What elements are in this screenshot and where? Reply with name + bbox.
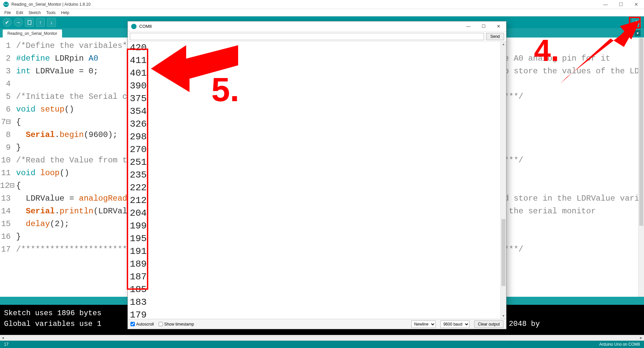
serial-vertical-scrollbar[interactable]: ▲ ▼ [500, 42, 506, 319]
menu-help[interactable]: Help [59, 10, 72, 16]
line-number: 11 [0, 167, 11, 180]
serial-output-line: 326 [130, 118, 504, 131]
save-button[interactable]: ↓ [47, 18, 56, 27]
line-number: 12⊟ [0, 180, 11, 192]
clear-output-button[interactable]: Clear output [474, 321, 503, 328]
serial-output-line: 179 [130, 309, 504, 319]
menu-tools[interactable]: Tools [44, 10, 58, 16]
menubar: File Edit Sketch Tools Help [0, 9, 644, 16]
serial-send-button[interactable]: Send [486, 33, 504, 40]
maximize-button[interactable]: ☐ [613, 0, 629, 9]
line-number: 9 [0, 141, 11, 154]
line-number: 7⊟ [0, 116, 11, 129]
serial-output-line: 354 [130, 105, 504, 118]
serial-output-line: 189 [130, 258, 504, 271]
open-button[interactable]: ↑ [36, 18, 45, 27]
serial-output-line: 199 [130, 220, 504, 232]
line-ending-select[interactable]: Newline [411, 321, 436, 328]
line-number: 15 [0, 218, 11, 230]
serial-output-line: 235 [130, 169, 504, 182]
scroll-up-icon[interactable]: ▲ [501, 42, 506, 47]
autoscroll-label: Autoscroll [136, 322, 154, 327]
menu-sketch[interactable]: Sketch [26, 10, 43, 16]
autoscroll-checkbox[interactable]: Autoscroll [130, 322, 154, 327]
line-number: 1 [0, 40, 11, 52]
scroll-left-icon[interactable]: ◄ [0, 335, 6, 341]
serial-output-line: 270 [130, 143, 504, 156]
window-title: Reading_on_Serial_Monitor | Arduino 1.8.… [11, 2, 598, 7]
serial-output-line: 191 [130, 245, 504, 258]
serial-window-title: COM8 [139, 24, 461, 29]
serial-output-line: 298 [130, 131, 504, 143]
line-number: 2 [0, 52, 11, 65]
footer-bar: 17 Arduino Uno on COM8 [0, 341, 644, 348]
minimize-button[interactable]: — [598, 0, 613, 9]
annotation-arrow-4 [553, 20, 641, 87]
close-button[interactable]: ✕ [629, 0, 644, 9]
line-number: 3 [0, 65, 11, 78]
serial-titlebar: COM8 — ☐ ✕ [128, 21, 506, 31]
line-number: 6 [0, 103, 11, 116]
line-number-gutter: 1234567⊟89101112⊟1314151617 [0, 38, 13, 297]
scroll-right-icon[interactable]: ► [638, 335, 644, 341]
line-number: 17 [0, 243, 11, 256]
timestamp-checkbox[interactable]: Show timestamp [159, 322, 194, 327]
titlebar: Reading_on_Serial_Monitor | Arduino 1.8.… [0, 0, 644, 9]
serial-output-line: 185 [130, 283, 504, 296]
horizontal-scrollbar[interactable]: ◄ ► [0, 335, 644, 341]
serial-maximize-button[interactable]: ☐ [476, 21, 491, 31]
serial-output-line: 222 [130, 182, 504, 194]
serial-output-line: 251 [130, 156, 504, 169]
svg-marker-5 [151, 45, 238, 92]
line-number: 14 [0, 205, 11, 218]
serial-bottombar: Autoscroll Show timestamp Newline 9600 b… [128, 319, 506, 329]
window-controls: — ☐ ✕ [598, 0, 644, 9]
baud-rate-select[interactable]: 9600 baud [440, 321, 470, 328]
serial-minimize-button[interactable]: — [461, 21, 476, 31]
line-number: 8 [0, 129, 11, 141]
line-number: 10 [0, 154, 11, 167]
upload-button[interactable]: → [14, 18, 23, 27]
line-number: 4 [0, 78, 11, 90]
line-number: 13 [0, 192, 11, 205]
line-number: 16 [0, 230, 11, 243]
serial-output-line: 195 [130, 232, 504, 245]
arduino-app-icon [3, 2, 9, 7]
menu-file[interactable]: File [2, 10, 13, 16]
cursor-position: 17 [4, 342, 599, 347]
annotation-arrow-5 [151, 39, 241, 95]
verify-button[interactable]: ✔ [3, 18, 12, 27]
serial-output-line: 204 [130, 207, 504, 220]
scroll-down-icon[interactable]: ▼ [501, 313, 506, 319]
svg-rect-0 [28, 20, 31, 24]
arduino-app-icon [131, 24, 137, 29]
serial-output-line: 183 [130, 296, 504, 309]
serial-output-line: 212 [130, 194, 504, 207]
sketch-tab[interactable]: Reading_on_Serial_Monitor [3, 29, 62, 38]
timestamp-label: Show timestamp [164, 322, 194, 327]
menu-edit[interactable]: Edit [14, 10, 25, 16]
new-button[interactable] [25, 18, 34, 27]
serial-close-button[interactable]: ✕ [491, 21, 506, 31]
line-number: 5 [0, 90, 11, 103]
board-port-label: Arduino Uno on COM8 [599, 342, 640, 347]
serial-output-line: 187 [130, 271, 504, 283]
